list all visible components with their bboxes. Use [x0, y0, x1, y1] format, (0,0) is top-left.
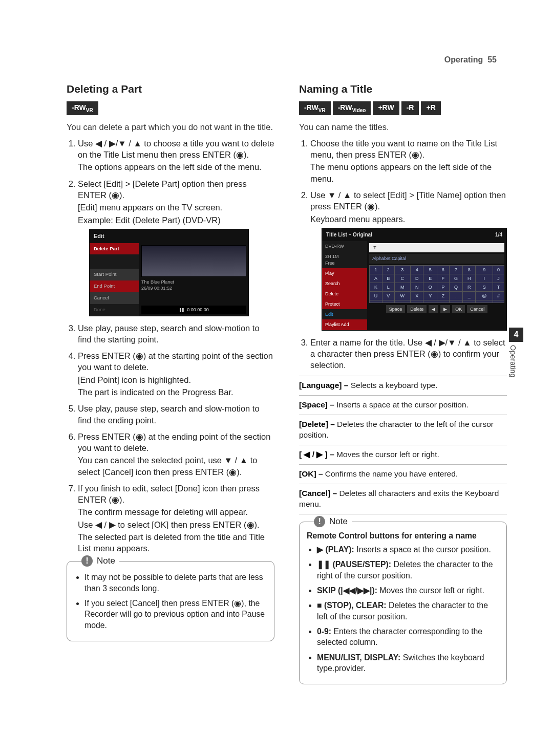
chapter-tab: 4 Operating — [509, 328, 523, 378]
definition-row: [Language] – Selects a keyboard type. — [299, 376, 507, 395]
right-icon — [439, 338, 445, 347]
down-icon — [328, 190, 336, 200]
enter-icon — [247, 520, 254, 529]
key-cell: Q — [449, 283, 463, 291]
badge-rwvr: -RWVR — [67, 101, 98, 115]
up-icon — [463, 338, 471, 347]
left-column: Deleting a Part -RWVR You can delete a p… — [67, 51, 274, 692]
shot-side-item: Cancel — [90, 292, 139, 304]
running-head: Operating 55 — [444, 55, 497, 64]
shot-media-info: 26/09 00:01:52 — [141, 285, 246, 291]
right-note-item: SKIP (|◀◀/▶▶|): Moves the cursor left or… — [317, 585, 499, 596]
running-head-page: 55 — [487, 55, 497, 64]
edit-menu-screenshot: Edit Delete Part Start Point End Point C… — [89, 229, 249, 316]
key-cell — [394, 300, 411, 303]
down-icon — [224, 456, 232, 465]
key-cell: L — [382, 283, 394, 291]
shot2-keyset: Alphabet Capital — [369, 254, 504, 263]
key-cell — [423, 300, 437, 303]
key-cell: X — [411, 291, 423, 300]
enter-icon — [136, 351, 143, 360]
enter-icon — [367, 202, 375, 211]
key-cell: 1 — [370, 265, 382, 274]
right-step-1: Choose the title you want to name on the… — [310, 138, 507, 184]
key-cell: W — [394, 291, 411, 300]
right-icon — [109, 520, 116, 529]
key-cell: K — [370, 283, 382, 291]
key-cell: V — [382, 291, 394, 300]
key-cell: S — [476, 283, 493, 291]
key-cell — [370, 300, 382, 303]
right-note-item: ❚❚ (PAUSE/STEP): Deletes the character t… — [317, 559, 499, 581]
note-label: Note — [81, 555, 119, 567]
left-intro: You can delete a part which you do not w… — [67, 121, 274, 133]
shot2-side-item: Search — [322, 278, 367, 289]
up-icon — [240, 456, 248, 465]
shot2-side-item: Delete — [322, 289, 367, 299]
shot-side-item: Done — [90, 304, 139, 316]
shot2-side-item: Playlist Add — [322, 319, 367, 330]
key-cell — [493, 300, 504, 303]
badge-plus-rw: +RW — [373, 101, 399, 115]
enter-icon — [236, 150, 244, 159]
left-step-4: Press ENTER () at the starting point of … — [78, 350, 274, 398]
right-note-item: MENU/LIST, DISPLAY: Switches the keyboar… — [317, 652, 499, 674]
key-cell: @ — [476, 291, 493, 300]
right-note-item: 0-9: Enters the character corresponding … — [317, 626, 499, 648]
key-cell — [476, 300, 493, 303]
key-cell: G — [449, 274, 463, 283]
key-cell: H — [463, 274, 476, 283]
key-cell — [449, 300, 463, 303]
left-icon — [95, 520, 102, 529]
key-cell: 2 — [382, 265, 394, 274]
key-cell — [437, 300, 449, 303]
key-cell: Z — [437, 291, 449, 300]
shot2-side-item: Play — [322, 268, 367, 278]
enter-icon — [229, 467, 237, 477]
left-step-7: If you finish to edit, select [Done] ico… — [78, 483, 274, 554]
key-cell: 3 — [394, 265, 411, 274]
definition-row: [OK] – Confirms the name you have entere… — [299, 464, 507, 484]
down-icon — [118, 139, 126, 148]
left-note-item: If you select [Cancel] then press ENTER … — [84, 598, 267, 631]
right-column: Naming a Title -RWVR -RWVideo +RW -R +R … — [299, 51, 507, 692]
shot-side-menu: Delete Part Start Point End Point Cancel… — [90, 243, 139, 316]
key-cell: R — [463, 283, 476, 291]
badge-plus-r: +R — [421, 101, 440, 115]
down-icon — [448, 338, 456, 347]
key-cell: I — [476, 274, 493, 283]
key-cell: A — [370, 274, 382, 283]
shot-side-item: Delete Part — [90, 243, 139, 255]
shot-thumbnail — [141, 245, 246, 277]
right-note-item: ▶ (PLAY): Inserts a space at the cursor … — [317, 544, 499, 555]
left-step-1: Use / / / to choose a title you want to … — [78, 138, 274, 173]
key-cell: 4 — [411, 265, 423, 274]
left-icon — [425, 338, 432, 347]
badge-minus-r: -R — [401, 101, 419, 115]
key-cell: E — [423, 274, 437, 283]
right-step-3: Enter a name for the title. Use / / / to… — [310, 337, 507, 371]
definition-row: [ ◀ / ▶ ] – Moves the cursor left or rig… — [299, 445, 507, 464]
key-cell: U — [370, 291, 382, 300]
shot2-side-menu: DVD-RW 2H 1M Free Play Search Delete Pro… — [322, 241, 367, 330]
key-cell — [411, 300, 423, 303]
keyboard-screenshot: Title List – Original 1/4 DVD-RW 2H 1M F… — [322, 228, 507, 331]
key-cell: C — [394, 274, 411, 283]
key-cell: J — [493, 274, 504, 283]
pause-icon — [179, 307, 184, 313]
key-cell — [382, 300, 394, 303]
shot2-buttons: Space Delete ◀ ▶ OK Cancel — [369, 305, 504, 313]
key-cell: . — [449, 291, 463, 300]
shot-progress-bar: 0:00:00.00 — [141, 306, 246, 314]
left-note: Note It may not be possible to delete pa… — [67, 561, 274, 641]
right-intro: You can name the titles. — [299, 121, 507, 133]
shot-title: Edit — [90, 229, 248, 243]
running-head-section: Operating — [444, 55, 483, 64]
keyboard-grid: 1234567890ABCDEFGHIJKLMNOPQRSTUVWXYZ._@# — [369, 265, 504, 304]
left-step-6: Press ENTER () at the ending point of th… — [78, 431, 274, 478]
enter-icon — [112, 190, 119, 200]
left-step-5: Use play, pause step, search and slow-mo… — [78, 403, 274, 426]
key-cell: _ — [463, 291, 476, 300]
up-icon — [133, 139, 141, 148]
right-step-2: Use / to select [Edit] > [Title Name] op… — [310, 189, 507, 331]
